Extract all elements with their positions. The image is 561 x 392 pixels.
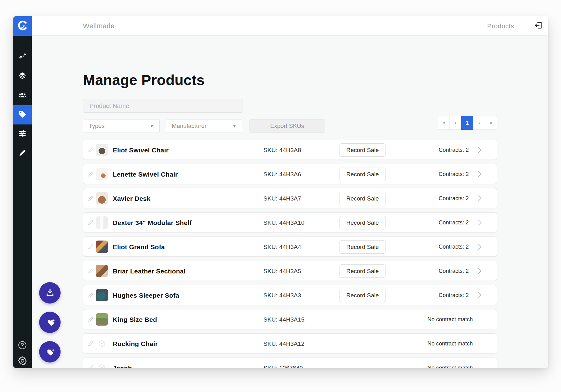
tags-plus-icon	[45, 317, 55, 328]
product-name: Rocking Chair	[113, 334, 158, 354]
sidebar-item-analytics[interactable]	[13, 47, 32, 66]
sliders-icon	[18, 129, 26, 139]
page-title: Manage Products	[83, 71, 205, 88]
gear-icon	[17, 356, 28, 367]
contracts-label: Contracts: 2	[439, 213, 469, 233]
product-name: Briar Leather Sectional	[113, 261, 186, 281]
record-sale-button[interactable]: Record Sale	[340, 216, 385, 229]
product-thumbnail	[96, 192, 108, 205]
product-name: King Size Bed	[113, 309, 157, 330]
pagination-prev-button[interactable]: ‹	[449, 116, 462, 130]
add-tag-button[interactable]	[39, 341, 61, 363]
record-sale-button[interactable]: Record Sale	[340, 264, 385, 278]
edit-pencil-icon[interactable]	[87, 195, 94, 202]
product-sku: SKU: 44H3A4	[263, 237, 301, 257]
chevron-right-icon[interactable]	[476, 170, 484, 178]
edit-pencil-icon[interactable]	[87, 364, 94, 368]
download-products-button[interactable]	[39, 282, 61, 304]
chevron-right-icon[interactable]	[476, 291, 484, 299]
edit-pencil-icon[interactable]	[87, 316, 94, 323]
product-thumbnail	[96, 289, 108, 301]
chevron-right-icon[interactable]	[476, 243, 484, 251]
product-thumbnail	[96, 168, 108, 180]
record-sale-button[interactable]: Record Sale	[340, 143, 385, 157]
product-thumbnail	[96, 313, 108, 326]
product-thumbnail	[96, 337, 108, 350]
section-label: Products	[487, 16, 514, 36]
download-icon	[45, 287, 55, 299]
no-contract-match-label: No contract match	[427, 309, 473, 330]
contracts-label: Contracts: 2	[439, 164, 469, 184]
top-bar: Wellmade Products	[32, 16, 548, 36]
table-row[interactable]: Eliot Swivel Chair SKU: 44H3A8 Record Sa…	[83, 140, 497, 160]
record-sale-button[interactable]: Record Sale	[340, 289, 385, 302]
record-sale-button[interactable]: Record Sale	[340, 192, 385, 205]
types-dropdown[interactable]: Types ▼	[83, 119, 160, 133]
edit-pencil-icon[interactable]	[87, 146, 94, 153]
contracts-label: Contracts: 2	[439, 188, 469, 209]
table-row[interactable]: Briar Leather Sectional SKU: 44H3A5 Reco…	[83, 261, 497, 281]
table-row[interactable]: King Size Bed SKU: 44H3A15 No contract m…	[83, 309, 497, 329]
pagination-page-1[interactable]: 1	[461, 116, 473, 130]
export-skus-button[interactable]: Export SKUs	[249, 119, 325, 133]
product-name: Jacob	[113, 358, 132, 368]
record-sale-button[interactable]: Record Sale	[340, 168, 385, 181]
contracts-label: Contracts: 2	[439, 285, 469, 305]
edit-pencil-icon[interactable]	[87, 292, 94, 299]
table-row[interactable]: Jacob SKU: 1267849 No contract match	[83, 358, 497, 368]
logout-button[interactable]	[534, 16, 543, 36]
table-row[interactable]: Hughes Sleeper Sofa SKU: 44H3A3 Record S…	[83, 285, 497, 305]
no-contract-match-label: No contract match	[427, 334, 473, 354]
sidebar-item-settings-sliders[interactable]	[13, 124, 32, 144]
record-sale-button[interactable]: Record Sale	[340, 240, 385, 254]
contracts-label: Contracts: 2	[439, 140, 469, 160]
product-name: Lenette Swivel Chair	[113, 164, 178, 184]
help-button[interactable]	[13, 339, 32, 353]
company-title: Wellmade	[83, 16, 115, 36]
product-sku: SKU: 44H3A8	[263, 140, 301, 160]
sidebar-item-layers[interactable]	[13, 66, 32, 86]
pencil-icon	[18, 149, 26, 158]
product-thumbnail	[96, 241, 108, 253]
edit-pencil-icon[interactable]	[87, 340, 94, 347]
edit-pencil-icon[interactable]	[87, 268, 94, 274]
tag-plus-icon	[45, 346, 55, 358]
app-window: Wellmade Products	[13, 16, 548, 368]
product-sku: SKU: 44H3A12	[263, 334, 304, 354]
edit-pencil-icon[interactable]	[87, 243, 94, 250]
sidebar-item-customers[interactable]	[13, 86, 32, 105]
product-name: Eliot Grand Sofa	[113, 237, 165, 257]
product-thumbnail	[96, 144, 108, 156]
screenshot-stage: Wellmade Products	[0, 0, 561, 392]
pagination-next-button[interactable]: ›	[473, 116, 485, 130]
manufacturer-dropdown-label: Manufacturer	[172, 123, 207, 129]
table-row[interactable]: Lenette Swivel Chair SKU: 44H3A6 Record …	[83, 164, 497, 184]
product-name-input[interactable]	[83, 99, 243, 113]
table-row[interactable]: Rocking Chair SKU: 44H3A12 No contract m…	[83, 333, 497, 354]
product-thumbnail	[96, 265, 108, 277]
chevron-right-icon[interactable]	[476, 219, 484, 227]
table-row[interactable]: Xavier Desk SKU: 44H3A7 Record Sale Cont…	[83, 188, 497, 208]
edit-pencil-icon[interactable]	[87, 171, 94, 178]
table-row[interactable]: Eliot Grand Sofa SKU: 44H3A4 Record Sale…	[83, 237, 497, 257]
pagination-last-button[interactable]: »	[485, 116, 497, 130]
chevron-right-icon[interactable]	[476, 194, 484, 202]
manufacturer-dropdown[interactable]: Manufacturer ▼	[166, 119, 242, 133]
pagination-first-button[interactable]: «	[438, 116, 450, 130]
product-sku: SKU: 44H3A6	[263, 164, 301, 184]
brand-logo[interactable]	[13, 16, 32, 36]
product-name: Hughes Sleeper Sofa	[113, 285, 179, 305]
sidebar-item-edit[interactable]	[13, 144, 32, 163]
no-contract-match-label: No contract match	[427, 358, 473, 368]
product-name: Xavier Desk	[113, 188, 150, 209]
add-tags-button[interactable]	[39, 312, 61, 333]
sidebar-item-products[interactable]	[13, 105, 32, 124]
settings-button[interactable]	[13, 354, 32, 368]
edit-pencil-icon[interactable]	[87, 219, 94, 226]
chevron-right-icon[interactable]	[476, 267, 484, 275]
chevron-right-icon[interactable]	[476, 146, 484, 154]
product-sku: SKU: 1267849	[263, 358, 303, 368]
table-row[interactable]: Dexter 34" Modular Shelf SKU: 44H3A10 Re…	[83, 212, 497, 232]
product-sku: SKU: 44H3A15	[263, 309, 304, 330]
users-icon	[18, 91, 26, 100]
